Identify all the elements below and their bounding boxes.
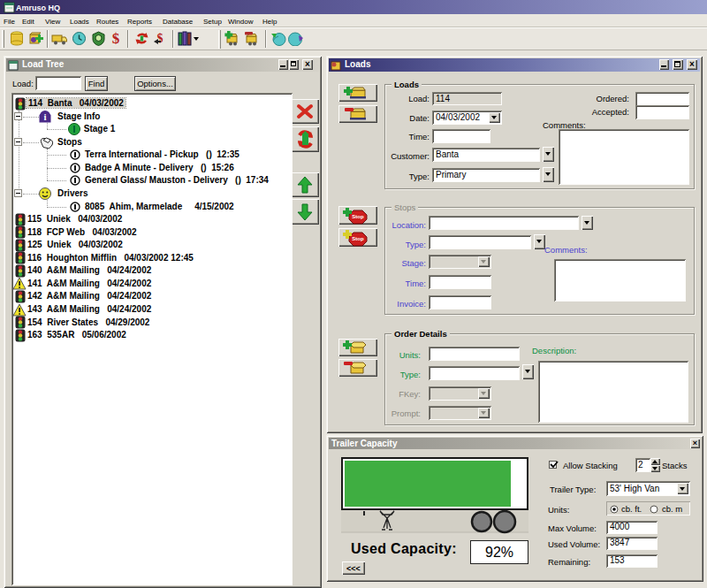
svg-text:Stop: Stop	[352, 236, 364, 241]
svg-text:i: i	[43, 111, 46, 122]
svg-text:$: $	[112, 30, 120, 47]
svg-text:Stop: Stop	[352, 214, 364, 219]
